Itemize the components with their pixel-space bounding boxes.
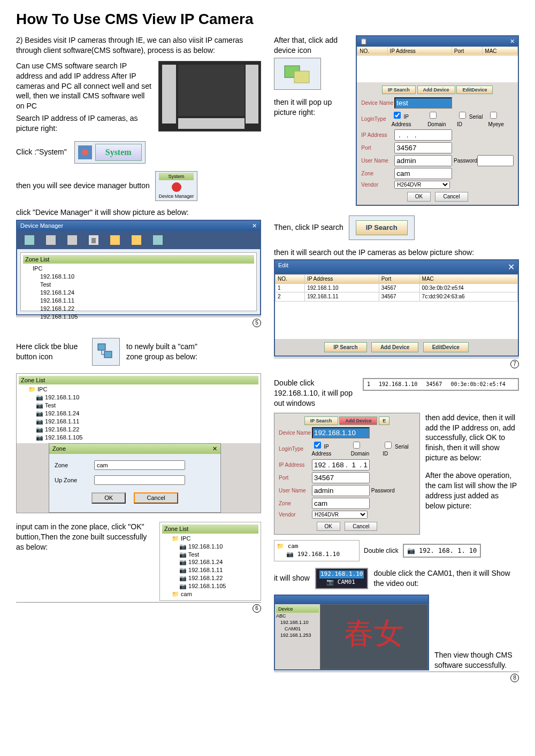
device-manager-label: Device Manager (159, 193, 194, 199)
tree-item[interactable]: IPC (23, 265, 254, 273)
tree-item[interactable]: 📷 Test (19, 402, 258, 410)
close-icon[interactable]: ✕ (252, 222, 257, 230)
tree-item[interactable]: 192.168.1.22 (23, 305, 254, 313)
ip-input[interactable] (394, 129, 452, 141)
serial-option[interactable] (385, 442, 392, 449)
toolbar-icon[interactable] (110, 235, 120, 245)
close-icon[interactable]: ✕ (508, 261, 515, 273)
tree-item[interactable]: 192.168.1.24 (23, 289, 254, 297)
add-device-icon-box[interactable] (274, 58, 321, 90)
ip-search-button[interactable]: IP Search (382, 86, 416, 94)
tree-item[interactable]: 📷 192.168.1.22 (162, 574, 258, 582)
tree-item[interactable]: 192.168.1.11 (23, 297, 254, 305)
ip-option[interactable] (394, 112, 401, 119)
tree-item[interactable]: 📷 192.168.1.11 (19, 418, 258, 426)
tree-item[interactable]: 192.168.1.253 (276, 632, 319, 638)
tree-item[interactable]: 📷 192.168.1.10 (277, 551, 357, 559)
user-input[interactable] (312, 485, 370, 496)
device-name-input[interactable] (394, 97, 452, 109)
zone-input[interactable] (94, 460, 185, 470)
zone-list-root[interactable]: Zone List (19, 376, 258, 385)
zone-dialog: Zone✕ Zone Up Zone OK Cancel (49, 443, 221, 513)
add-device-button[interactable]: Add Device (371, 342, 418, 353)
upzone-input[interactable] (94, 475, 185, 485)
edit-partial-button[interactable]: E (379, 416, 389, 425)
tree-item[interactable]: 📷 192.168.1.11 (162, 566, 258, 574)
ok-button[interactable]: OK (407, 192, 431, 202)
cam01-box[interactable]: 192.168.1.10 📷 CAM01 (315, 568, 368, 589)
ok-button[interactable]: OK (91, 492, 126, 504)
ip-search-button[interactable]: IP Search (304, 416, 338, 425)
tree-item[interactable]: 📷 192.168.1.10 (162, 543, 258, 551)
add-device-button[interactable]: Add Device (339, 416, 377, 425)
tree-item[interactable]: 📁 IPC (19, 385, 258, 394)
tree-item[interactable]: 📷 Test (162, 551, 258, 559)
svg-rect-3 (25, 235, 34, 245)
tree-item[interactable]: 📁 IPC (162, 535, 258, 543)
tree-item[interactable]: 192.168.1.10 (276, 619, 319, 626)
it-will-show-text: it will show (274, 573, 310, 583)
ip-search-button[interactable]: IP Search (356, 220, 408, 235)
ip-option[interactable] (314, 442, 321, 449)
close-icon[interactable]: ✕ (212, 445, 217, 453)
tree-item[interactable]: Test (23, 281, 254, 289)
toolbar-icon[interactable] (132, 235, 141, 245)
device-manager-window: Device Manager✕ Zone List IPC 192.168.1.… (16, 220, 261, 315)
tree-item[interactable]: CAM01 (276, 626, 319, 632)
serial-option[interactable] (459, 112, 466, 119)
tree-item[interactable]: 📁 cam (162, 590, 258, 598)
device-name-input[interactable] (312, 427, 370, 438)
tree-item[interactable]: ABC (276, 613, 319, 619)
tree-item[interactable]: 192.168.1.10 (23, 273, 254, 281)
toolbar-icon[interactable] (25, 235, 34, 245)
port-input[interactable] (312, 472, 370, 483)
tree-item[interactable]: 📷 192.168.1.105 (19, 434, 258, 442)
myeye-option[interactable] (490, 112, 497, 119)
ok-button[interactable]: OK (317, 522, 340, 531)
zone-list-root[interactable]: Zone List (23, 255, 254, 264)
port-input[interactable] (394, 142, 452, 153)
ip-search-button[interactable]: IP Search (324, 342, 366, 353)
click-devmgr-text: click "Device Manager" it will show pict… (16, 207, 261, 218)
tree-item[interactable]: 📷 192.168.1.10 (19, 394, 258, 402)
add-device-button[interactable]: Add Device (417, 86, 455, 94)
close-icon[interactable]: ✕ (510, 37, 515, 45)
toolbar-icon[interactable] (153, 235, 163, 245)
toolbar-icon[interactable] (67, 235, 77, 245)
device-manager-icon[interactable] (169, 181, 185, 193)
selected-row[interactable]: 1192.168.1.103456700:3e:0b:02:e5:f4 (363, 378, 519, 391)
devmgr-title: Device Manager (20, 222, 63, 230)
ip-input[interactable] (312, 459, 370, 470)
tree-item[interactable]: 📷 192.168.1.105 (162, 582, 258, 590)
user-input[interactable] (394, 155, 452, 166)
tree-item[interactable]: 📷 192.168.1.24 (162, 558, 258, 566)
search-result-table: NO.IP AddressPortMAC 1192.168.1.10345670… (275, 274, 518, 302)
zone-list-root[interactable]: Zone List (162, 524, 258, 534)
result-ip-box[interactable]: 📷 192. 168. 1. 10 (403, 544, 482, 558)
vendor-select[interactable]: H264DVR (394, 181, 450, 189)
edit-device-button[interactable]: EditDevice (456, 86, 493, 94)
table-row[interactable]: 2192.168.1.11345677c:dd:90:24:63:a6 (276, 292, 518, 302)
input-cam-text: input cam in the zone place, click "OK" … (16, 522, 153, 601)
add-zone-icon-box[interactable] (92, 338, 120, 366)
cancel-button[interactable]: Cancel (435, 192, 468, 202)
password-input[interactable] (477, 155, 514, 166)
zone-input[interactable] (312, 498, 370, 509)
vendor-select[interactable]: H264DVR (312, 511, 368, 519)
table-row[interactable]: 1192.168.1.103456700:3e:0b:02:e5:f4 (276, 283, 518, 292)
cancel-button[interactable]: Cancel (345, 522, 377, 531)
tree-item[interactable]: 📷 192.168.1.24 (19, 410, 258, 418)
domain-option[interactable] (353, 442, 360, 449)
cam-tree-root[interactable]: 📁 cam (277, 543, 357, 551)
toolbar-icon[interactable] (46, 235, 56, 245)
domain-option[interactable] (430, 112, 437, 119)
zone-input[interactable] (394, 168, 452, 179)
toolbar-delete-icon[interactable] (89, 235, 98, 245)
cancel-button[interactable]: Cancel (134, 492, 178, 504)
tree-item[interactable]: 📷 192.168.1.22 (19, 426, 258, 434)
system-button[interactable]: System (95, 144, 142, 161)
field-label: Vendor (279, 511, 312, 519)
field-label: User Name (361, 157, 394, 165)
edit-device-button[interactable]: EditDevice (423, 342, 469, 353)
field-label: Port (361, 144, 394, 152)
